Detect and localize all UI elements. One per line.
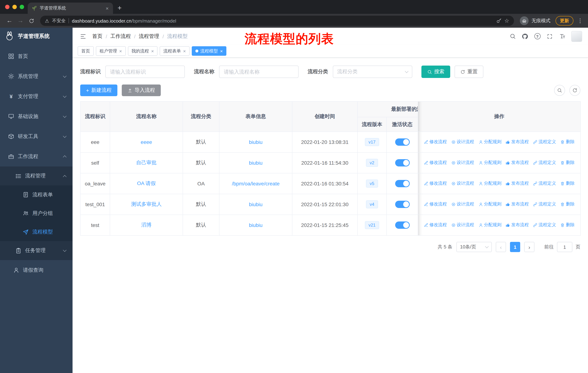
delete-process-link[interactable]: 删除 — [560, 160, 575, 166]
fullscreen-icon[interactable] — [545, 31, 555, 41]
version-badge[interactable]: v17 — [365, 138, 379, 146]
reset-button[interactable]: 重置 — [455, 66, 483, 78]
process-name-link[interactable]: 滔博 — [141, 222, 151, 228]
update-browser-button[interactable]: 更新 — [556, 16, 573, 26]
active-toggle[interactable] — [395, 159, 410, 166]
sidebar-item-leave-query[interactable]: 请假查询 — [0, 260, 73, 280]
publish-process-link[interactable]: 发布流程 — [506, 201, 529, 207]
goto-page-input[interactable] — [557, 242, 572, 252]
hamburger-icon[interactable] — [78, 31, 88, 41]
edit-process-link[interactable]: 修改流程 — [424, 160, 447, 166]
form-info-link[interactable]: /bpm/oa/leave/create — [232, 181, 280, 186]
sidebar-item-devtools[interactable]: 研发工具 — [0, 126, 73, 146]
tag-process-model[interactable]: 流程模型× — [192, 46, 227, 56]
process-definition-link[interactable]: 流程定义 — [533, 160, 556, 166]
version-badge[interactable]: v5 — [366, 180, 378, 188]
delete-process-link[interactable]: 删除 — [560, 222, 575, 228]
font-size-icon[interactable] — [557, 31, 567, 41]
category-select[interactable]: 流程分类 — [333, 66, 412, 78]
search-icon[interactable] — [508, 31, 517, 41]
refresh-table-button[interactable] — [569, 85, 580, 96]
design-process-link[interactable]: 设计流程 — [451, 160, 474, 166]
process-name-link[interactable]: 测试多审批人 — [131, 201, 162, 207]
design-process-link[interactable]: 设计流程 — [451, 181, 474, 187]
import-process-button[interactable]: 导入流程 — [122, 84, 161, 96]
publish-process-link[interactable]: 发布流程 — [506, 222, 529, 228]
version-badge[interactable]: v4 — [366, 200, 378, 208]
design-process-link[interactable]: 设计流程 — [451, 222, 474, 228]
active-toggle[interactable] — [395, 138, 410, 146]
delete-process-link[interactable]: 删除 — [560, 181, 575, 187]
process-definition-link[interactable]: 流程定义 — [533, 222, 556, 228]
close-icon[interactable]: × — [220, 49, 223, 53]
assign-rule-link[interactable]: 分配规则 — [478, 201, 501, 207]
address-bar[interactable]: ⚠ 不安全 dashboard.yudao.iocoder.cn/bpm/man… — [40, 16, 514, 26]
sidebar-item-payment[interactable]: ¥ 支付管理 — [0, 86, 73, 106]
process-name-input[interactable] — [219, 66, 299, 78]
next-page-button[interactable]: › — [524, 242, 535, 252]
sidebar-item-system[interactable]: 系统管理 — [0, 66, 73, 86]
delete-process-link[interactable]: 删除 — [560, 201, 575, 207]
page-size-select[interactable]: 10条/页 — [456, 242, 492, 252]
edit-process-link[interactable]: 修改流程 — [424, 139, 447, 145]
breadcrumb-workflow[interactable]: 工作流程 — [110, 33, 131, 40]
form-info-link[interactable]: biubiu — [249, 202, 263, 207]
delete-process-link[interactable]: 删除 — [560, 139, 575, 145]
publish-process-link[interactable]: 发布流程 — [506, 160, 529, 166]
new-tab-button[interactable]: + — [115, 3, 125, 13]
forward-icon[interactable]: → — [15, 16, 26, 26]
process-id-input[interactable] — [105, 66, 185, 78]
tag-process-form[interactable]: 流程表单× — [160, 46, 189, 56]
search-button[interactable]: 搜索 — [421, 66, 450, 78]
breadcrumb-process-mgmt[interactable]: 流程管理 — [139, 33, 159, 40]
help-icon[interactable]: ? — [533, 31, 542, 41]
sidebar-item-workflow[interactable]: 工作流程 — [0, 146, 73, 166]
form-info-link[interactable]: biubiu — [249, 222, 263, 228]
assign-rule-link[interactable]: 分配规则 — [478, 139, 501, 145]
version-badge[interactable]: v2 — [366, 159, 378, 167]
sidebar-item-task-mgmt[interactable]: 任务管理 — [0, 241, 73, 260]
sidebar-item-home[interactable]: 首页 — [0, 46, 73, 66]
key-icon[interactable] — [496, 18, 501, 23]
breadcrumb-home[interactable]: 首页 — [92, 33, 102, 40]
avatar[interactable] — [571, 31, 582, 42]
process-definition-link[interactable]: 流程定义 — [533, 181, 556, 187]
process-name-link[interactable]: eeee — [141, 139, 152, 145]
version-badge[interactable]: v21 — [365, 221, 379, 229]
process-name-link[interactable]: OA 请假 — [137, 180, 156, 186]
form-info-link[interactable]: biubiu — [249, 160, 263, 166]
assign-rule-link[interactable]: 分配规则 — [478, 160, 501, 166]
active-toggle[interactable] — [395, 201, 410, 208]
sidebar-item-process-model[interactable]: 流程模型 — [0, 222, 73, 241]
github-icon[interactable] — [520, 31, 530, 41]
close-window-button[interactable] — [5, 5, 10, 9]
tab-close-icon[interactable]: × — [104, 5, 110, 11]
assign-rule-link[interactable]: 分配规则 — [478, 181, 501, 187]
edit-process-link[interactable]: 修改流程 — [424, 181, 447, 187]
form-info-link[interactable]: biubiu — [249, 139, 263, 145]
bookmark-star-icon[interactable]: ☆ — [504, 18, 509, 24]
tag-home[interactable]: 首页 — [78, 46, 94, 56]
security-label[interactable]: 不安全 — [52, 18, 66, 24]
minimize-window-button[interactable] — [12, 5, 17, 9]
sidebar-item-user-group[interactable]: 用户分组 — [0, 204, 73, 222]
close-icon[interactable]: × — [119, 49, 122, 53]
sidebar-item-infra[interactable]: 基础设施 — [0, 106, 73, 126]
active-toggle[interactable] — [395, 180, 410, 187]
process-name-link[interactable]: 自己审批 — [136, 160, 157, 165]
back-icon[interactable]: ← — [4, 16, 15, 26]
reload-icon[interactable] — [26, 16, 36, 26]
design-process-link[interactable]: 设计流程 — [451, 201, 474, 207]
edit-process-link[interactable]: 修改流程 — [424, 222, 447, 228]
browser-tab[interactable]: 芋道管理系统 × — [28, 2, 113, 14]
process-definition-link[interactable]: 流程定义 — [533, 139, 556, 145]
create-process-button[interactable]: +新建流程 — [80, 84, 117, 96]
tag-tenant-mgmt[interactable]: 租户管理× — [96, 46, 126, 56]
sidebar-item-process-mgmt[interactable]: 流程管理 — [0, 166, 73, 185]
close-icon[interactable]: × — [151, 49, 154, 53]
publish-process-link[interactable]: 发布流程 — [506, 181, 529, 187]
browser-menu-icon[interactable]: ⋮ — [578, 18, 583, 24]
close-icon[interactable]: × — [183, 49, 186, 53]
publish-process-link[interactable]: 发布流程 — [506, 139, 529, 145]
zoom-window-button[interactable] — [20, 5, 24, 9]
